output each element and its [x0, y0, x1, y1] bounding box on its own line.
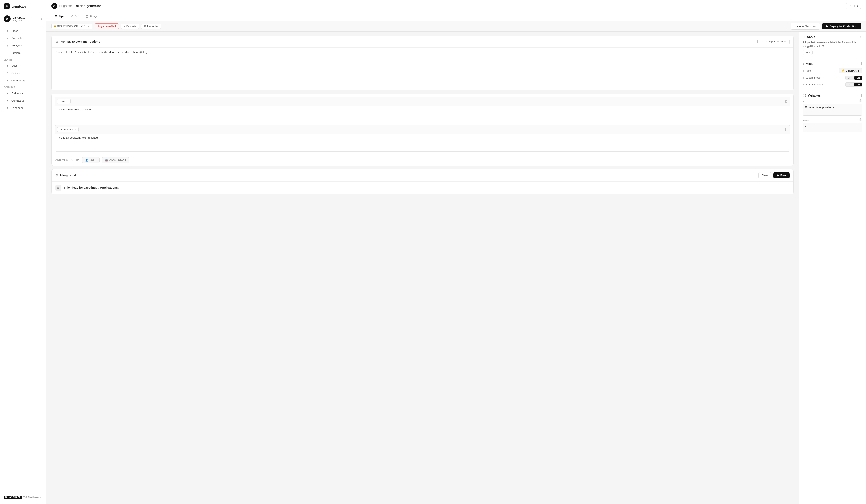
playground-title-text: Playground: [60, 174, 76, 177]
type-dot: [803, 70, 804, 71]
datasets-label: Datasets: [126, 25, 136, 28]
about-edit-icon[interactable]: ✏: [860, 35, 862, 39]
user-message-textarea[interactable]: [55, 106, 790, 123]
variable-words-input[interactable]: [803, 123, 862, 132]
connect-section-label: Connect: [0, 84, 46, 89]
stream-mode-toggle[interactable]: OFF ON: [845, 76, 863, 80]
ai-msg-label: AI ASSISTANT: [109, 159, 126, 162]
tab-usage[interactable]: ◫ Usage: [82, 12, 101, 21]
playground-actions: Clear ▶ Run: [758, 172, 790, 179]
sidebar-nav: ⊞ Pipes ≡ Datasets ⊟ Analytics ⊙ Explore…: [0, 25, 46, 492]
variables-info-icon[interactable]: ℹ: [861, 94, 862, 98]
model-icon: ⊙: [97, 25, 100, 28]
sidebar-user[interactable]: ⌘ Langbase langbase ⇅: [0, 13, 46, 25]
prompt-info-icon[interactable]: ℹ: [757, 40, 758, 44]
about-description: A Pipe that generates a list of titles f…: [803, 41, 862, 48]
sidebar-item-analytics[interactable]: ⊟ Analytics: [2, 42, 44, 49]
add-ai-message-button[interactable]: 🤖 AI ASSISTANT: [102, 157, 129, 163]
prompt-icon: ⊙: [55, 40, 58, 44]
meta-title-text: Meta: [806, 62, 812, 66]
sidebar-item-changelog[interactable]: ≡ Changelog: [2, 77, 44, 84]
about-docs-badge[interactable]: docs: [803, 50, 812, 55]
stream-off-label[interactable]: OFF: [846, 76, 854, 80]
variables-title-left: { } Variables: [803, 94, 821, 98]
meta-info-icon[interactable]: ℹ: [861, 62, 862, 66]
variable-title-field: title 🗑: [803, 98, 862, 116]
clear-button[interactable]: Clear: [758, 172, 771, 179]
version-label: v15: [81, 25, 85, 28]
fork-button[interactable]: ⑂ Fork: [846, 2, 861, 9]
user-message-delete-icon[interactable]: 🗑: [784, 100, 788, 103]
prompt-textarea[interactable]: [52, 47, 793, 90]
prompt-card-title: ⊙ Prompt: System Instructions: [55, 40, 100, 44]
ai-message-textarea[interactable]: [55, 134, 790, 151]
save-sandbox-label: Save as Sandbox: [795, 25, 816, 28]
about-title-text: About: [807, 35, 815, 39]
model-badge[interactable]: ⊙ gemma-7b-it: [95, 23, 119, 29]
sidebar-item-guides[interactable]: ⊟ Guides: [2, 69, 44, 77]
page-title: ai-title-generator: [76, 4, 101, 8]
user-name: Langbase: [13, 16, 38, 19]
ai-role-select[interactable]: AI Assistant ⇅: [57, 127, 79, 132]
about-icon: ⊞: [803, 35, 806, 39]
sidebar-item-contact-us[interactable]: ● Contact us: [2, 97, 44, 104]
run-icon: ▶: [777, 174, 779, 177]
type-label-text: Type: [806, 69, 811, 72]
user-message-header: User ⇅ 🗑: [55, 97, 790, 106]
store-off-label[interactable]: OFF: [846, 83, 854, 87]
variable-words-row: words 🗑: [803, 116, 862, 123]
variable-title-input[interactable]: [803, 104, 862, 116]
sidebar-item-docs[interactable]: ⊞ Docs: [2, 62, 44, 69]
add-user-message-button[interactable]: 👤 USER: [82, 157, 100, 163]
prompt-title-text: Prompt: System Instructions: [60, 40, 100, 43]
sidebar-item-label: Guides: [11, 71, 20, 75]
playground-card: ⊙ Playground Clear ▶ Run AI: [52, 169, 793, 194]
generate-icon: ⚡: [841, 69, 844, 72]
changelog-icon: ≡: [5, 79, 9, 82]
chevron-icon: ⇅: [40, 17, 42, 20]
sidebar-item-datasets[interactable]: ≡ Datasets: [2, 34, 44, 42]
learn-section-label: Learn: [0, 57, 46, 62]
sidebar-item-pipes[interactable]: ⊞ Pipes: [2, 27, 44, 34]
user-role-select[interactable]: User ⇅: [57, 99, 70, 104]
tab-pipe-label: Pipe: [58, 14, 64, 18]
toolbar: DRAFT FORK OF v15 ▼ ⊙ gemma-7b-it ≡ Data…: [46, 21, 866, 32]
user-msg-label: USER: [89, 159, 97, 162]
clear-label: Clear: [762, 174, 768, 177]
variable-words-delete-icon[interactable]: 🗑: [859, 118, 862, 122]
sidebar-item-explore[interactable]: ⊙ Explore: [2, 49, 44, 56]
store-messages-toggle[interactable]: OFF ON: [845, 82, 863, 87]
variables-section: { } Variables ℹ title 🗑 words: [799, 90, 866, 136]
type-value-badge[interactable]: ⚡ GENERATE: [839, 68, 862, 73]
sidebar-item-follow-us[interactable]: ● Follow us: [2, 90, 44, 97]
langbase-logo-icon: ⌘: [4, 3, 10, 9]
sidebar-footer[interactable]: ⌘ LANGBASE Yo! Start here »: [0, 494, 46, 501]
meta-section: ↕ Meta ℹ Type ⚡ GENERATE: [799, 58, 866, 90]
user-info: Langbase langbase: [13, 16, 38, 22]
playground-icon: ⊙: [55, 173, 58, 177]
playground-result: AI Title Ideas for Creating AI Applicati…: [52, 182, 793, 194]
ai-message-delete-icon[interactable]: 🗑: [784, 128, 788, 131]
examples-label: Examples: [147, 25, 158, 28]
ai-message-header: AI Assistant ⇅ 🗑: [55, 125, 790, 134]
variable-title-delete-icon[interactable]: 🗑: [859, 99, 862, 102]
topbar-org-icon: ⌘: [52, 3, 57, 9]
save-sandbox-button[interactable]: Save as Sandbox: [791, 23, 820, 30]
draft-badge[interactable]: DRAFT FORK OF v15 ▼: [52, 24, 92, 29]
tab-pipe[interactable]: ⊞ Pipe: [52, 12, 68, 21]
content-area: ⊙ Prompt: System Instructions ℹ ↔ Compar…: [46, 32, 866, 504]
store-on-label[interactable]: ON: [854, 83, 862, 87]
right-panel: ⊞ About ✏ A Pipe that generates a list o…: [799, 32, 866, 504]
sidebar-item-feedback[interactable]: ≡ Feedback: [2, 104, 44, 112]
compare-versions-button[interactable]: ↔ Compare Versions: [760, 39, 790, 44]
examples-button[interactable]: ⊞ Examples: [141, 24, 161, 29]
datasets-button[interactable]: ≡ Datasets: [121, 24, 139, 29]
deploy-label: Deploy to Production: [830, 25, 857, 28]
run-button[interactable]: ▶ Run: [773, 172, 790, 179]
tab-api[interactable]: ⊙ API: [68, 12, 82, 21]
deploy-button[interactable]: ▶ Deploy to Production: [822, 23, 861, 30]
examples-icon: ⊞: [144, 25, 146, 28]
store-messages-label: Store messages: [803, 83, 824, 86]
stream-on-label[interactable]: ON: [854, 76, 862, 80]
stream-mode-label: Stream mode: [803, 76, 821, 79]
